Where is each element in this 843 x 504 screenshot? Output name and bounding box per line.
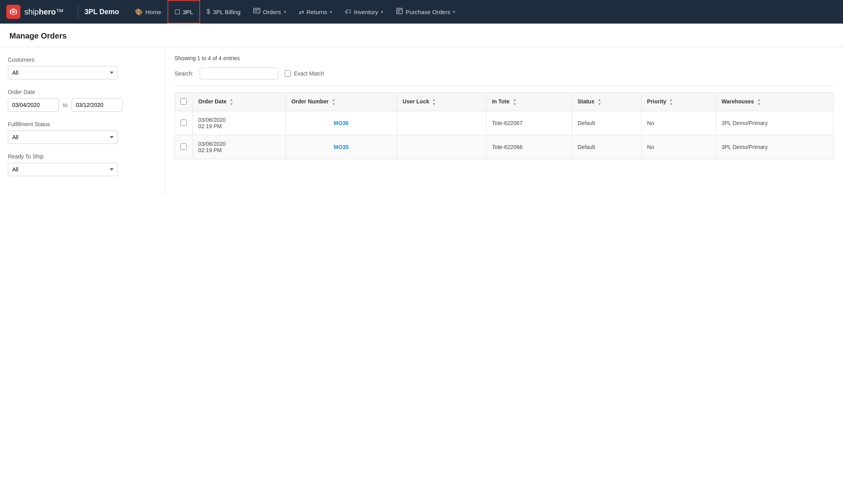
nav-label-inventory: Inventory [354, 9, 378, 15]
header-order-date-label: Order Date [198, 98, 226, 105]
orders-icon [253, 8, 260, 16]
page-title: Manage Orders [9, 31, 834, 40]
ready-to-ship-select[interactable]: All [8, 163, 118, 176]
row2-status: Default [572, 135, 641, 159]
row1-checkbox[interactable] [180, 120, 187, 126]
row2-in-tote: Tote-622066 [486, 135, 572, 159]
user-lock-sort[interactable]: ▴▾ [433, 97, 435, 106]
search-input[interactable] [200, 68, 278, 79]
brand-name: shiphero™ [24, 7, 64, 17]
exact-match-container: Exact Match [285, 70, 324, 77]
order-number-sort[interactable]: ▴▾ [333, 97, 335, 106]
nav-label-orders: Orders [263, 9, 281, 15]
table-area: Showing 1 to 4 of 4 entries Search: Exac… [165, 47, 843, 195]
row1-priority: No [641, 111, 716, 135]
returns-icon: ⇄ [299, 8, 304, 16]
row2-user-lock [397, 135, 486, 159]
customers-filter: Customers All [8, 57, 157, 79]
purchase-orders-icon [396, 8, 403, 16]
row1-checkbox-cell [175, 111, 193, 135]
order-date-filter: Order Date to [8, 89, 157, 112]
row2-order-date: 03/06/202002:19 PM [193, 135, 286, 159]
date-to-input[interactable] [72, 98, 123, 112]
nav-label-3pl: 3PL [183, 9, 193, 15]
select-all-checkbox[interactable] [180, 98, 187, 105]
date-range: to [8, 98, 157, 112]
exact-match-label: Exact Match [294, 70, 324, 77]
row2-checkbox-cell [175, 135, 193, 159]
nav-item-purchase-orders[interactable]: Purchase Orders ▾ [390, 0, 462, 24]
header-warehouses[interactable]: Warehouses ▴▾ [716, 93, 833, 111]
nav-divider [78, 5, 78, 19]
header-priority[interactable]: Priority ▴▾ [641, 93, 716, 111]
inventory-icon: 🏷 [345, 8, 351, 15]
po-chevron: ▾ [453, 9, 455, 15]
row1-order-date: 03/06/202002:19 PM [193, 111, 286, 135]
row2-order-number[interactable]: MO35 [285, 135, 397, 159]
table-row: 03/06/202002:19 PM MO36 Tote-622067 Defa… [175, 111, 834, 135]
date-from-input[interactable] [8, 98, 59, 112]
app-title: 3PL Demo [85, 8, 119, 16]
order-date-sort[interactable]: ▴▾ [230, 97, 232, 106]
svg-rect-3 [254, 8, 260, 13]
row2-checkbox[interactable] [180, 143, 187, 150]
nav-label-returns: Returns [307, 9, 328, 15]
ready-to-ship-label: Ready To Ship [8, 153, 157, 160]
table-row: 03/06/202002:19 PM MO35 Tote-622066 Defa… [175, 135, 834, 159]
table-header-row: Order Date ▴▾ Order Number ▴▾ User Lock … [175, 93, 834, 111]
nav-item-orders[interactable]: Orders ▾ [247, 0, 293, 24]
row1-status: Default [572, 111, 641, 135]
header-priority-label: Priority [647, 98, 666, 105]
header-order-date[interactable]: Order Date ▴▾ [193, 93, 286, 111]
order-date-label: Order Date [8, 89, 157, 95]
ready-to-ship-filter: Ready To Ship All [8, 153, 157, 176]
nav-item-inventory[interactable]: 🏷 Inventory ▾ [339, 0, 390, 24]
status-sort[interactable]: ▴▾ [598, 97, 600, 106]
customers-label: Customers [8, 57, 157, 63]
home-icon: 🎨 [135, 8, 143, 16]
billing-icon: $ [206, 8, 210, 15]
row1-warehouses: 3PL Demo/Primary [716, 111, 833, 135]
date-separator: to [63, 102, 68, 108]
svg-rect-2 [12, 11, 15, 13]
brand[interactable]: shiphero™ [6, 5, 64, 19]
nav-items: 🎨 Home ☐ 3PL $ 3PL Billing Orders ▾ ⇄ Re… [129, 0, 837, 24]
exact-match-checkbox[interactable] [285, 70, 291, 77]
fulfillment-status-label: Fulfillment Status [8, 121, 157, 127]
row1-user-lock [397, 111, 486, 135]
orders-table: Order Date ▴▾ Order Number ▴▾ User Lock … [175, 92, 834, 159]
page-content: Customers All Order Date to Fulfillment … [0, 47, 843, 195]
header-user-lock[interactable]: User Lock ▴▾ [397, 93, 486, 111]
warehouses-sort[interactable]: ▴▾ [758, 97, 760, 106]
header-status[interactable]: Status ▴▾ [572, 93, 641, 111]
page-header: Manage Orders [0, 24, 843, 47]
header-status-label: Status [578, 98, 595, 105]
nav-item-returns[interactable]: ⇄ Returns ▾ [293, 0, 339, 24]
nav-item-3pl-billing[interactable]: $ 3PL Billing [200, 0, 247, 24]
returns-chevron: ▾ [330, 9, 332, 15]
nav-label-billing: 3PL Billing [213, 9, 240, 15]
header-warehouses-label: Warehouses [722, 98, 754, 105]
entries-info: Showing 1 to 4 of 4 entries [175, 55, 834, 61]
row1-order-number[interactable]: MO36 [285, 111, 397, 135]
3pl-icon: ☐ [175, 8, 180, 16]
header-order-number-label: Order Number [291, 98, 329, 105]
nav-item-3pl[interactable]: ☐ 3PL [167, 0, 201, 24]
orders-chevron: ▾ [284, 9, 286, 15]
header-in-tote-label: In Tote [492, 98, 510, 105]
logo-icon [6, 5, 20, 19]
fulfillment-status-select[interactable]: All [8, 131, 118, 144]
in-tote-sort[interactable]: ▴▾ [514, 97, 515, 106]
priority-sort[interactable]: ▴▾ [670, 97, 672, 106]
header-order-number[interactable]: Order Number ▴▾ [285, 93, 397, 111]
inventory-chevron: ▾ [381, 9, 383, 15]
nav-item-home[interactable]: 🎨 Home [129, 0, 167, 24]
customers-select[interactable]: All [8, 66, 118, 79]
page-wrapper: Manage Orders Customers All Order Date t… [0, 24, 843, 504]
header-user-lock-label: User Lock [403, 98, 429, 105]
fulfillment-status-filter: Fulfillment Status All [8, 121, 157, 144]
search-bar: Search: Exact Match [175, 68, 834, 86]
search-label: Search: [175, 70, 193, 77]
row2-priority: No [641, 135, 716, 159]
header-in-tote[interactable]: In Tote ▴▾ [486, 93, 572, 111]
